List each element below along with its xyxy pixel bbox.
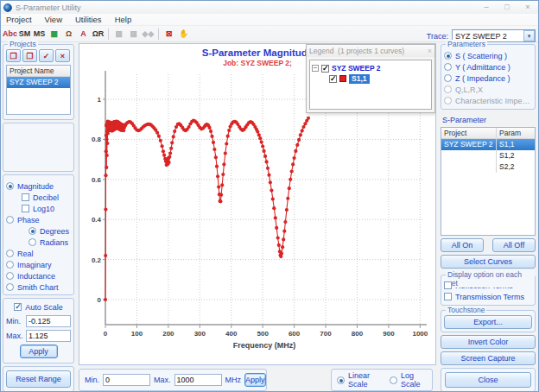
radio-degrees[interactable]: Degrees [6,225,71,237]
svg-text:1000: 1000 [412,330,428,338]
radio-phase[interactable]: Phase [6,214,71,225]
scale-mode-group: Linear Scale Log Scale [331,369,433,391]
degrees-radio-icon [29,227,36,235]
invert-color-button[interactable]: Invert Color [441,335,536,349]
radio-y-admittance[interactable]: Y ( Admittance ) [444,61,532,73]
radio-magnitude[interactable]: Magnitude [6,180,71,192]
parameters-group-label: Parameters [446,40,487,48]
m-matrix-icon[interactable]: MS [32,27,47,41]
svg-text:600: 600 [289,330,301,338]
screen-capture-button[interactable]: Screen Capture [441,351,536,365]
radio-radians[interactable]: Radians [6,237,71,248]
column-project[interactable]: Project [441,128,497,138]
project-row[interactable]: SYZ SWEEP 2 [7,77,70,88]
menu-item-utilities[interactable]: Utilities [73,15,104,24]
radio-real[interactable]: Real [6,248,71,259]
radio-inductance[interactable]: Inductance [6,270,71,281]
auto-scale-check-icon [14,303,22,311]
radio-linear-scale[interactable]: Linear Scale [337,375,381,386]
radio-characteristic-impedance: Characteristic Impedance [444,95,532,106]
inductance-radio-icon [6,272,14,280]
svg-text:0: 0 [104,330,108,338]
legend-close-icon[interactable]: × [428,47,432,55]
checkbox-log10[interactable]: Log10 [6,203,71,214]
reset-range-button[interactable]: Reset Range [6,370,71,388]
export-button[interactable]: Export... [444,315,532,329]
close-group: Close [441,368,536,392]
all-off-button[interactable]: All Off [492,238,536,252]
freq-min-input[interactable] [103,374,150,386]
menu-item-view[interactable]: View [43,15,64,24]
amp-min-input[interactable] [26,315,71,327]
table-view-icon: ▦ [111,27,126,41]
empty-list-group [3,123,74,172]
toolbar-separator [158,28,159,40]
freq-max-input[interactable] [174,374,222,386]
legend-header[interactable]: Legend (1 projects 1 curves) × [307,45,434,57]
log10-check-icon [22,205,29,212]
svg-text:1: 1 [98,96,102,104]
delete-project-button[interactable]: × [55,49,70,62]
s-scattering-radio-icon [444,52,452,60]
svg-text:500: 500 [257,330,269,338]
color-map-icon[interactable]: ▦ [47,27,61,41]
sparameter-row[interactable]: SYZ SWEEP 2S1,1 [441,139,535,150]
radio-imaginary[interactable]: Imaginary [6,259,71,270]
radio-z-impedance[interactable]: Z ( Impedance ) [444,73,532,84]
z-impedance-radio-icon [444,74,452,82]
select-curves-button[interactable]: Select Curves [441,255,536,269]
curve-color-swatch [339,75,346,82]
svg-text:300: 300 [194,330,206,338]
center-column: S-Parameter Magnitude Job: SYZ SWEEP 2; … [75,42,438,392]
column-param[interactable]: Param [497,128,535,138]
all-on-button[interactable]: All On [441,238,484,252]
real-radio-icon [6,250,14,257]
project-list[interactable]: Project Name SYZ SWEEP 2 [6,65,71,115]
sparameter-row[interactable]: S2,2 [441,161,535,173]
window-controls: – □ × [476,2,538,13]
amp-apply-button[interactable]: Apply [20,345,58,358]
legend-curve-row[interactable]: S1,1 [312,73,429,84]
maximize-button[interactable]: □ [497,2,517,13]
legend-curve-check-icon[interactable] [329,75,337,83]
omega-r-icon[interactable]: ΩR [91,27,105,41]
menu-item-project[interactable]: Project [4,15,34,24]
legend-project-row[interactable]: − SYZ SWEEP 2 [312,63,429,73]
close-button[interactable]: Close [445,372,531,388]
legend-tree: − SYZ SWEEP 2 S1,1 [309,60,432,110]
s-matrix-icon[interactable]: SM [17,27,32,41]
font-label-icon[interactable]: Abc [3,27,17,41]
toolbar-separator [108,28,109,40]
checkbox-decibel[interactable]: Decibel [6,192,71,203]
legend-panel[interactable]: Legend (1 projects 1 curves) × − SYZ SWE… [306,44,435,113]
zoom-region-icon[interactable]: ⊠ [162,27,176,41]
legend-project-check-icon[interactable] [321,65,329,73]
radio-s-scattering[interactable]: S ( Scattering ) [444,50,532,61]
all-buttons-row: All On All Off [441,238,536,252]
freq-min-label: Min. [85,376,99,384]
pan-hand-icon[interactable]: ✋ [176,27,191,41]
checkbox-auto-scale[interactable]: Auto Scale [6,301,71,313]
minimize-button[interactable]: – [476,2,497,13]
menu-bar: ProjectViewUtilitiesHelp [1,14,538,25]
amp-min-label: Min. [6,317,23,326]
annotation-marker-icon[interactable]: A [76,27,91,41]
radio-smith-chart[interactable]: Smith Chart [6,281,71,293]
import-project-button[interactable]: ❒ [6,49,21,62]
freq-apply-button[interactable]: Apply [244,373,266,387]
menu-item-help[interactable]: Help [113,15,134,24]
checkbox-transmission-terms[interactable]: Transmission Terms [444,291,532,302]
linear-scale-radio-icon [337,376,345,384]
close-window-button[interactable]: × [517,2,538,13]
radio-q-l-r-x: Q,L,R,X [444,84,532,95]
radio-log-scale[interactable]: Log Scale [390,375,427,386]
remove-project-button[interactable]: ❐ [22,49,37,62]
impedance-search-icon[interactable]: Ω [61,27,76,41]
trace-dropdown-icon[interactable]: ▾ [523,30,535,41]
svg-text:700: 700 [320,330,332,338]
tree-collapse-icon[interactable]: − [312,65,319,72]
amp-max-input[interactable] [26,330,71,342]
apply-project-button[interactable]: ✓ [39,49,54,62]
sparameter-row[interactable]: S1,2 [441,150,535,161]
sparameter-table[interactable]: Project Param SYZ SWEEP 2S1,1S1,2S2,2 [441,127,536,236]
